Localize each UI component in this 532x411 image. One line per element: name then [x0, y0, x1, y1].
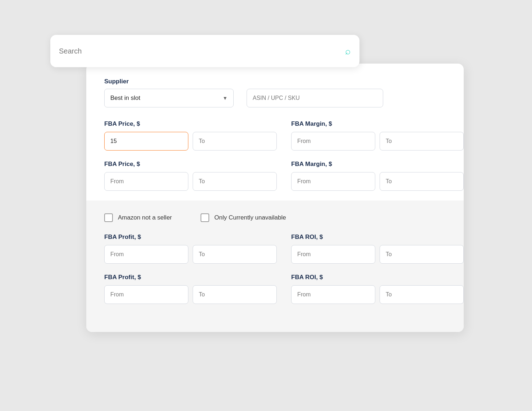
filter-row-4: FBA Profit, $ FBA ROI, $: [104, 274, 446, 304]
fba-roi-1-from-input[interactable]: [291, 245, 375, 264]
bottom-section: Amazon not a seller Only Currently unava…: [86, 200, 464, 332]
fba-roi-2-col: FBA ROI, $: [291, 274, 464, 304]
fba-profit-1-from-input[interactable]: [104, 245, 188, 264]
fba-roi-2-inputs: [291, 285, 464, 304]
supplier-field-group: Supplier Best in slot ▼: [104, 78, 234, 107]
scene: ⌕ Supplier Best in slot ▼ FBA Price, $: [50, 35, 482, 376]
only-unavailable-box[interactable]: [201, 213, 209, 222]
fba-profit-2-from-input[interactable]: [104, 285, 188, 304]
fba-price-1-to-input[interactable]: [193, 132, 277, 151]
fba-price-2-from-input[interactable]: [104, 172, 188, 191]
fba-price-1-inputs: [104, 132, 277, 151]
fba-price-1-from-input[interactable]: [104, 132, 188, 151]
search-input[interactable]: [59, 47, 345, 55]
fba-roi-1-col: FBA ROI, $: [291, 234, 464, 264]
supplier-value: Best in slot: [110, 94, 140, 102]
fba-price-2-label: FBA Price, $: [104, 161, 277, 168]
filter-row-1: FBA Price, $ FBA Margin, $: [104, 120, 446, 151]
fba-roi-2-to-input[interactable]: [380, 285, 464, 304]
fba-margin-1-col: FBA Margin, $: [291, 120, 464, 151]
fba-profit-2-to-input[interactable]: [193, 285, 277, 304]
supplier-select[interactable]: Best in slot ▼: [104, 89, 234, 107]
asin-input[interactable]: [247, 89, 383, 107]
asin-field-group: [247, 89, 383, 107]
fba-price-2-inputs: [104, 172, 277, 191]
amazon-not-seller-checkbox[interactable]: Amazon not a seller: [104, 213, 172, 222]
fba-margin-1-from-input[interactable]: [291, 132, 375, 151]
filter-row-3: FBA Profit, $ FBA ROI, $: [104, 234, 446, 264]
fba-roi-1-to-input[interactable]: [380, 245, 464, 264]
fba-profit-2-col: FBA Profit, $: [104, 274, 277, 304]
only-unavailable-label: Only Currently unavailable: [214, 214, 286, 221]
fba-profit-2-label: FBA Profit, $: [104, 274, 277, 281]
fba-roi-1-inputs: [291, 245, 464, 264]
fba-price-2-col: FBA Price, $: [104, 161, 277, 191]
supplier-row: Supplier Best in slot ▼: [104, 78, 446, 107]
fba-profit-1-to-input[interactable]: [193, 245, 277, 264]
search-icon[interactable]: ⌕: [345, 46, 351, 57]
amazon-not-seller-label: Amazon not a seller: [118, 214, 172, 221]
checkboxes-row: Amazon not a seller Only Currently unava…: [104, 213, 446, 222]
amazon-not-seller-box[interactable]: [104, 213, 113, 222]
fba-roi-1-label: FBA ROI, $: [291, 234, 464, 241]
fba-price-1-col: FBA Price, $: [104, 120, 277, 151]
fba-margin-2-label: FBA Margin, $: [291, 161, 464, 168]
chevron-down-icon: ▼: [223, 95, 228, 101]
fba-profit-1-label: FBA Profit, $: [104, 234, 277, 241]
fba-margin-2-from-input[interactable]: [291, 172, 375, 191]
only-unavailable-checkbox[interactable]: Only Currently unavailable: [201, 213, 286, 222]
main-card: Supplier Best in slot ▼ FBA Price, $ FB: [86, 64, 464, 332]
filter-row-2: FBA Price, $ FBA Margin, $: [104, 161, 446, 191]
fba-margin-1-to-input[interactable]: [380, 132, 464, 151]
fba-profit-1-col: FBA Profit, $: [104, 234, 277, 264]
fba-profit-1-inputs: [104, 245, 277, 264]
fba-price-1-label: FBA Price, $: [104, 120, 277, 128]
fba-profit-2-inputs: [104, 285, 277, 304]
supplier-label: Supplier: [104, 78, 234, 85]
fba-price-2-to-input[interactable]: [193, 172, 277, 191]
fba-roi-2-from-input[interactable]: [291, 285, 375, 304]
fba-margin-1-label: FBA Margin, $: [291, 120, 464, 128]
fba-margin-2-col: FBA Margin, $: [291, 161, 464, 191]
search-card: ⌕: [50, 35, 359, 67]
fba-roi-2-label: FBA ROI, $: [291, 274, 464, 281]
fba-margin-1-inputs: [291, 132, 464, 151]
fba-margin-2-inputs: [291, 172, 464, 191]
fba-margin-2-to-input[interactable]: [380, 172, 464, 191]
